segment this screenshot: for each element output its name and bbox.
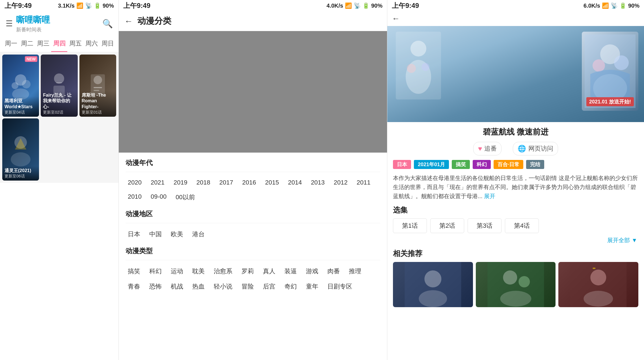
- tag-mystery[interactable]: 推理: [347, 266, 364, 277]
- episode-3[interactable]: 第3话: [468, 218, 502, 233]
- tag-comedy-detail[interactable]: 搞笑: [452, 160, 470, 169]
- tag-complete[interactable]: 完结: [526, 160, 544, 169]
- tag-style[interactable]: 装逼: [282, 266, 299, 277]
- anime-card-3[interactable]: 席斯坦 -The Roman Fighter- 更新至01话: [79, 55, 116, 117]
- expand-description[interactable]: 展开: [484, 193, 495, 199]
- category-header: ← 动漫分类: [119, 11, 387, 31]
- tag-fantasy[interactable]: 奇幻: [282, 281, 299, 292]
- tag-2014[interactable]: 2014: [286, 178, 304, 187]
- app-logo: 嘶哩嘶哩: [16, 14, 50, 26]
- tag-harem[interactable]: 后宫: [261, 281, 278, 292]
- card-episode-1: 更新至04话: [5, 110, 37, 115]
- tab-friday[interactable]: 周五: [67, 36, 83, 52]
- tag-europe[interactable]: 欧美: [168, 229, 185, 240]
- svg-point-2: [12, 82, 18, 89]
- hamburger-icon[interactable]: ☰: [6, 19, 13, 28]
- tag-scifi-detail[interactable]: 科幻: [473, 160, 491, 169]
- tab-sunday[interactable]: 周日: [100, 36, 116, 52]
- section-title-year: 动漫年代: [126, 158, 380, 167]
- signal-icon-3: 📶: [602, 2, 609, 9]
- battery-icon-3: 🔋: [619, 2, 626, 9]
- tag-childhood[interactable]: 童年: [304, 281, 321, 292]
- anime-card-4[interactable]: 通灵王(2021) 更新至06话: [2, 118, 39, 181]
- signal-icon-1: 📶: [76, 2, 83, 9]
- tag-danmei[interactable]: 耽美: [190, 266, 207, 277]
- tag-yuri[interactable]: 百合·日常: [494, 160, 523, 169]
- time-3: 上午9:49: [392, 1, 419, 10]
- tag-2020[interactable]: 2020: [126, 178, 144, 187]
- divider-genre: [126, 260, 380, 260]
- tab-tuesday[interactable]: 周二: [19, 36, 35, 52]
- tag-action[interactable]: 热血: [190, 281, 207, 292]
- tag-japan-detail[interactable]: 日本: [393, 160, 411, 169]
- tag-scifi[interactable]: 科幻: [147, 266, 164, 277]
- web-visit-button[interactable]: 🌐 网页访问: [513, 142, 558, 155]
- tag-comedy[interactable]: 搞笑: [126, 266, 142, 277]
- tag-2015[interactable]: 2015: [263, 178, 281, 187]
- episode-list: 第1话 第2话 第3话 第4话: [393, 218, 638, 233]
- anime-card-2[interactable]: Fairy兰丸 - 让我来帮助你的心- 更新至02话: [41, 55, 77, 117]
- tab-monday[interactable]: 周一: [3, 36, 19, 52]
- tag-date[interactable]: 2021年01月: [414, 160, 449, 169]
- svg-point-12: [11, 152, 31, 166]
- tab-thursday[interactable]: 周四: [51, 36, 67, 52]
- network-speed-3: 6.0K/s: [584, 3, 600, 9]
- tag-healing[interactable]: 治愈系: [211, 266, 235, 277]
- tag-2013[interactable]: 2013: [309, 178, 327, 187]
- weekday-tabs: 周一 周二 周三 周四 周五 周六 周日: [0, 36, 118, 52]
- wifi-icon-1: 📡: [85, 2, 92, 9]
- svg-point-20: [593, 59, 605, 72]
- divider-region: [126, 223, 380, 223]
- tab-saturday[interactable]: 周六: [83, 36, 100, 52]
- related-grid: [393, 262, 638, 307]
- tag-game[interactable]: 游戏: [304, 266, 321, 277]
- tag-00before[interactable]: 00以前: [173, 192, 197, 203]
- related-card-2[interactable]: [476, 262, 556, 307]
- tag-hktw[interactable]: 港台: [190, 229, 207, 240]
- tag-2011[interactable]: 2011: [355, 178, 373, 187]
- tag-fan[interactable]: 肉番: [325, 266, 342, 277]
- tag-2016[interactable]: 2016: [240, 178, 258, 187]
- episode-2[interactable]: 第2话: [430, 218, 464, 233]
- episode-4[interactable]: 第4话: [505, 218, 539, 233]
- tag-horror[interactable]: 恐怖: [147, 281, 164, 292]
- panel-detail: 上午9:49 6.0K/s 📶 📡 🔋 90% ←: [387, 0, 644, 360]
- related-card-1[interactable]: [393, 262, 473, 307]
- search-button[interactable]: 🔍: [102, 19, 113, 29]
- card-overlay-3: 席斯坦 -The Roman Fighter- 更新至01话: [79, 91, 116, 117]
- card-episode-2: 更新至02话: [43, 110, 75, 115]
- svg-point-17: [422, 63, 429, 71]
- tag-sports[interactable]: 运动: [168, 266, 185, 277]
- related-card-3[interactable]: [558, 262, 638, 307]
- tag-2018[interactable]: 2018: [194, 178, 213, 187]
- tag-2019[interactable]: 2019: [171, 178, 190, 187]
- tag-live[interactable]: 真人: [261, 266, 278, 277]
- related-section-title: 相关推荐: [393, 249, 638, 259]
- tab-wednesday[interactable]: 周三: [35, 36, 51, 52]
- expand-all-button[interactable]: 展开全部 ▼: [393, 237, 638, 244]
- anime-info: 碧蓝航线 微速前进 ♥ 追番 🌐 网页访问 日本 2021年01月 搞笑 科幻 …: [387, 122, 644, 312]
- anime-card-1[interactable]: NEW 黑塔利亚 World★Stars 更新至04话: [2, 55, 39, 117]
- tag-mecha[interactable]: 机战: [168, 281, 185, 292]
- tag-2010[interactable]: 2010: [126, 192, 144, 203]
- tag-0900[interactable]: 09-00: [148, 192, 169, 203]
- tag-youth[interactable]: 青春: [126, 281, 142, 292]
- tag-adventure[interactable]: 冒险: [239, 281, 256, 292]
- svg-point-3: [22, 80, 31, 88]
- tag-china[interactable]: 中国: [147, 229, 164, 240]
- episodes-section-title: 选集: [393, 205, 638, 215]
- battery-pct-2: 90%: [371, 3, 382, 9]
- svg-point-14: [410, 41, 426, 57]
- tag-lightnovel[interactable]: 轻小说: [211, 281, 235, 292]
- tag-japan[interactable]: 日本: [126, 229, 142, 240]
- tag-2017[interactable]: 2017: [217, 178, 235, 187]
- back-button-3[interactable]: ←: [392, 14, 400, 23]
- svg-point-29: [500, 291, 531, 307]
- tag-2021[interactable]: 2021: [148, 178, 167, 187]
- episode-1[interactable]: 第1话: [393, 218, 427, 233]
- tag-jdrama[interactable]: 日剧专区: [325, 281, 355, 292]
- follow-button[interactable]: ♥ 追番: [473, 142, 502, 155]
- tag-2012[interactable]: 2012: [332, 178, 350, 187]
- back-button-2[interactable]: ←: [124, 16, 133, 26]
- tag-loli[interactable]: 罗莉: [239, 266, 256, 277]
